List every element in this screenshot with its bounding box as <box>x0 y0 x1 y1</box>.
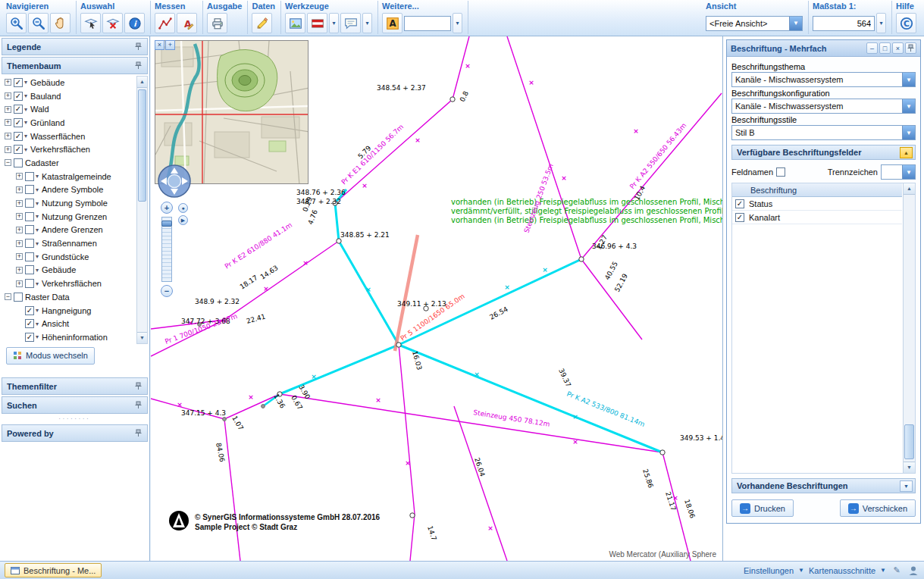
full-extent-button[interactable]: ● <box>178 203 188 213</box>
canal-main-2-line[interactable] <box>280 259 581 394</box>
legende-panel-header[interactable]: Legende <box>2 38 148 55</box>
feldnamen-checkbox[interactable] <box>776 167 785 177</box>
zoom-in-tool-button[interactable] <box>6 13 27 33</box>
manhole-node[interactable] <box>450 97 455 102</box>
plus-expander-icon[interactable]: + <box>5 119 11 126</box>
plus-expander-icon[interactable]: + <box>5 146 11 153</box>
layer-options-arrow-icon[interactable]: ▾ <box>36 240 39 247</box>
tree-item-wald[interactable]: +✓▾Wald <box>2 102 136 116</box>
pin-icon[interactable] <box>134 382 143 390</box>
image-tool-button[interactable] <box>285 13 305 33</box>
minus-expander-icon[interactable]: − <box>5 293 11 300</box>
layer-checkbox[interactable] <box>25 279 34 288</box>
pan-tool-button[interactable] <box>50 13 70 33</box>
tree-item-gebäude[interactable]: +▾Gebäude <box>2 264 136 277</box>
layer-checkbox[interactable]: ✓ <box>25 319 34 328</box>
expand-section-button[interactable]: ▼ <box>900 480 913 492</box>
trennzeichen-select[interactable]: ▼ <box>881 164 916 180</box>
plus-expander-icon[interactable]: + <box>5 133 11 139</box>
layer-checkbox[interactable]: ✓ <box>14 132 23 141</box>
overview-close-button[interactable]: × <box>155 40 164 50</box>
stile-select[interactable]: Stil B ▼ <box>731 125 916 140</box>
scroll-down-arrow-icon[interactable]: ▼ <box>904 462 915 473</box>
tree-item-wasserflächen[interactable]: +✓▾Wasserflächen <box>2 130 136 143</box>
layer-options-arrow-icon[interactable]: ▾ <box>36 227 39 233</box>
layer-checkbox[interactable]: ✓ <box>14 118 23 127</box>
chevron-down-icon[interactable]: ▼ <box>880 567 886 574</box>
tree-item-andere-grenzen[interactable]: +▾Andere Grenzen <box>2 224 136 237</box>
label-multiple-tool-button[interactable]: A <box>382 13 402 33</box>
pin-icon[interactable] <box>134 61 143 70</box>
chevron-down-icon[interactable]: ▼ <box>798 567 804 574</box>
layer-checkbox[interactable]: ✓ <box>14 92 23 101</box>
scroll-up-arrow-icon[interactable]: ▲ <box>904 183 915 195</box>
layer-checkbox[interactable] <box>25 225 34 234</box>
manhole-node[interactable] <box>337 239 341 243</box>
plus-expander-icon[interactable]: + <box>16 240 23 247</box>
layer-checkbox[interactable] <box>25 212 34 221</box>
flag-tool-button[interactable] <box>307 13 327 33</box>
print-button[interactable] <box>207 13 227 33</box>
scroll-down-arrow-icon[interactable]: ▼ <box>137 332 147 343</box>
plus-expander-icon[interactable]: + <box>16 200 23 207</box>
tree-item-bauland[interactable]: +✓▾Bauland <box>2 89 136 103</box>
suchen-panel-header[interactable]: Suchen <box>2 396 148 414</box>
einstellungen-menu[interactable]: Einstellungen <box>744 566 794 575</box>
scale-input[interactable] <box>813 16 875 31</box>
beschriftung-task-button[interactable]: Beschriftung - Me... <box>5 563 102 577</box>
collapse-section-button[interactable]: ▲ <box>900 147 913 158</box>
tree-item-andere-symbole[interactable]: +▾Andere Symbole <box>2 183 136 197</box>
layer-options-arrow-icon[interactable]: ▾ <box>24 119 27 126</box>
quick-search-dropdown-button[interactable]: ▾ <box>453 13 462 33</box>
plus-expander-icon[interactable]: + <box>5 79 11 86</box>
manhole-node[interactable] <box>660 450 665 455</box>
zoom-out-button[interactable]: − <box>161 285 173 297</box>
layer-options-arrow-icon[interactable]: ▾ <box>24 106 27 113</box>
layer-options-arrow-icon[interactable]: ▾ <box>36 333 39 340</box>
layer-options-arrow-icon[interactable]: ▾ <box>36 186 39 193</box>
plus-expander-icon[interactable]: + <box>16 227 23 233</box>
konfiguration-select[interactable]: Kanäle - Mischwassersystem ▼ <box>731 99 916 114</box>
layer-checkbox[interactable] <box>25 239 34 248</box>
tree-item-nutzung-grenzen[interactable]: +▾Nutzung Grenzen <box>2 210 136 224</box>
minus-expander-icon[interactable]: − <box>5 159 11 166</box>
layer-checkbox[interactable] <box>25 252 34 261</box>
tree-item-grünland[interactable]: +✓▾Grünland <box>2 116 136 130</box>
pin-icon[interactable] <box>905 42 916 54</box>
layer-checkbox[interactable]: ✓ <box>25 306 34 315</box>
minimize-icon[interactable]: – <box>866 42 878 54</box>
close-icon[interactable]: × <box>892 42 904 54</box>
tree-item-verkehrsflächen[interactable]: +▾Verkehrsflächen <box>2 277 136 290</box>
sewer-top-line[interactable] <box>335 36 469 241</box>
overview-map[interactable] <box>155 40 309 184</box>
tree-item-hangneigung[interactable]: ✓▾Hangneigung <box>2 304 136 318</box>
layer-options-arrow-icon[interactable]: ▾ <box>36 200 39 207</box>
sewer-steinzeug-450-line[interactable] <box>280 394 662 452</box>
layer-options-arrow-icon[interactable]: ▾ <box>36 267 39 274</box>
identify-tool-button[interactable]: i <box>124 13 145 33</box>
plus-expander-icon[interactable]: + <box>16 253 23 260</box>
manhole-node[interactable] <box>223 418 227 421</box>
drucken-button[interactable]: → Drucken <box>731 499 794 517</box>
scale-dropdown-button[interactable]: ▾ <box>876 13 886 33</box>
scroll-up-arrow-icon[interactable]: ▲ <box>137 77 147 88</box>
tree-item-raster-data[interactable]: −Raster Data <box>2 290 136 304</box>
plus-expander-icon[interactable]: + <box>16 280 23 287</box>
edit-pen-icon[interactable]: ✎ <box>891 565 903 577</box>
layer-checkbox[interactable] <box>25 172 34 181</box>
redlining-tool-button[interactable] <box>340 13 361 33</box>
tree-scrollbar[interactable]: ▲ ▼ <box>136 76 148 344</box>
kartenausschnitte-menu[interactable]: Kartenausschnitte <box>809 566 875 575</box>
layer-options-arrow-icon[interactable]: ▾ <box>24 133 27 139</box>
tree-item-höheninformation[interactable]: ✓▾Höheninformation <box>2 330 136 344</box>
manhole-node[interactable] <box>410 513 415 518</box>
pin-icon[interactable] <box>134 429 143 437</box>
chevron-down-icon[interactable]: ▼ <box>902 73 915 86</box>
tree-item-ansicht[interactable]: ✓▾Ansicht <box>2 317 136 330</box>
plus-expander-icon[interactable]: + <box>5 106 11 113</box>
field-checkbox[interactable]: ✓ <box>735 199 744 208</box>
select-tool-button[interactable] <box>80 13 101 33</box>
field-checkbox[interactable]: ✓ <box>735 213 744 222</box>
zoom-slider[interactable] <box>161 217 172 282</box>
help-button[interactable]: C <box>896 13 916 33</box>
